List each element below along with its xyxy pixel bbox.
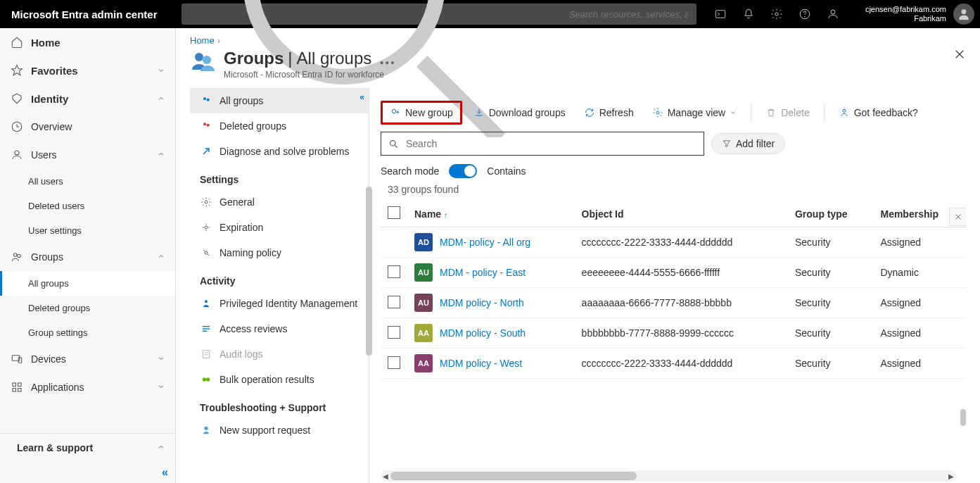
access-reviews-icon <box>200 322 212 335</box>
bulk-icon <box>200 373 212 386</box>
checkbox[interactable] <box>388 265 400 278</box>
audit-icon <box>200 348 212 360</box>
add-filter-button[interactable]: Add filter <box>711 133 785 154</box>
group-tile: AD <box>414 233 433 251</box>
svg-point-47 <box>390 140 396 146</box>
refresh-button[interactable]: Refresh <box>577 103 641 123</box>
feedback-icon[interactable] <box>820 0 846 28</box>
scroll-right-icon[interactable]: ▶ <box>946 470 956 482</box>
manage-view-button[interactable]: Manage view <box>645 103 744 123</box>
groups-search-input[interactable] <box>405 137 696 150</box>
blade-expiration[interactable]: Expiration <box>190 215 369 240</box>
nav-favorites[interactable]: Favorites <box>0 56 175 84</box>
group-link[interactable]: MDM policy - West <box>440 358 522 369</box>
scroll-thumb[interactable] <box>390 472 637 480</box>
table-row[interactable]: AAMDM policy - Southbbbbbbbb-7777-8888-9… <box>381 318 966 349</box>
cell-objectid: eeeeeeee-4444-5555-6666-ffffff <box>575 258 788 288</box>
brand-title: Microsoft Entra admin center <box>0 8 176 20</box>
nav-collapse-toggle[interactable]: « <box>0 462 175 483</box>
nav-users[interactable]: Users <box>0 141 175 169</box>
star-icon <box>10 63 24 77</box>
nav-user-settings[interactable]: User settings <box>0 218 175 243</box>
blade-diagnose[interactable]: Diagnose and solve problems <box>190 139 369 164</box>
blade-general[interactable]: General <box>190 189 369 215</box>
avatar[interactable] <box>953 4 974 25</box>
col-name[interactable]: Name ↑ <box>407 201 575 227</box>
group-link[interactable]: MDM- policy - All org <box>440 237 530 248</box>
table-row[interactable]: AUMDM - policy - Easteeeeeeee-4444-5555-… <box>381 258 966 288</box>
checkbox[interactable] <box>388 326 400 339</box>
blade-access-reviews[interactable]: Access reviews <box>190 316 369 341</box>
table-row[interactable]: ADMDM- policy - All orgcccccccc-2222-333… <box>381 227 966 258</box>
checkbox[interactable] <box>388 206 400 219</box>
breadcrumb-home[interactable]: Home <box>190 35 215 46</box>
blade-deleted-groups[interactable]: Deleted groups <box>190 113 369 139</box>
svg-point-6 <box>831 10 835 14</box>
cloud-shell-icon[interactable] <box>708 0 733 28</box>
nav-learn-support[interactable]: Learn & support <box>0 433 175 462</box>
refresh-icon <box>584 107 595 118</box>
global-search-input[interactable] <box>568 8 689 20</box>
search-mode-toggle[interactable] <box>449 164 477 178</box>
close-blade-button[interactable] <box>953 48 966 63</box>
group-tile: AA <box>414 354 433 372</box>
group-link[interactable]: MDM - policy - East <box>440 267 526 278</box>
nav-overview[interactable]: Overview <box>0 113 175 141</box>
row-checkbox-cell <box>381 318 407 349</box>
blade-bulk-results[interactable]: Bulk operation results <box>190 367 369 392</box>
checkbox[interactable] <box>388 356 400 369</box>
nav-deleted-groups[interactable]: Deleted groups <box>0 296 175 320</box>
groups-table: Name ↑ Object Id Group type Membership A… <box>381 201 966 379</box>
group-link[interactable]: MDM policy - South <box>440 327 526 339</box>
groups-search-box[interactable] <box>381 132 704 156</box>
download-groups-button[interactable]: Download groups <box>466 103 573 123</box>
got-feedback-button[interactable]: Got feedback? <box>832 103 925 123</box>
nav-deleted-users[interactable]: Deleted users <box>0 194 175 218</box>
col-membership[interactable]: Membership <box>873 201 966 227</box>
new-group-highlight: New group <box>381 101 462 125</box>
nav-group-settings[interactable]: Group settings <box>0 320 175 345</box>
notifications-icon[interactable] <box>736 0 761 28</box>
cell-name: AAMDM policy - West <box>407 349 575 379</box>
new-group-button[interactable]: New group <box>383 103 460 123</box>
blade-new-support[interactable]: New support request <box>190 418 369 443</box>
vertical-scrollbar[interactable] <box>960 409 966 426</box>
nav-identity[interactable]: Identity <box>0 84 175 113</box>
account-text: cjensen@fabrikam.com Fabrikam <box>865 5 946 23</box>
group-link[interactable]: MDM policy - North <box>440 297 524 308</box>
col-objectid[interactable]: Object Id <box>575 201 788 227</box>
search-mode-label: Search mode <box>381 165 439 177</box>
table-wrap: Name ↑ Object Id Group type Membership A… <box>381 201 966 483</box>
delete-button[interactable]: Delete <box>758 103 816 123</box>
help-icon[interactable] <box>792 0 817 28</box>
global-search[interactable] <box>182 4 696 25</box>
select-all-header[interactable] <box>381 201 407 227</box>
nav-applications[interactable]: Applications <box>0 373 175 401</box>
col-grouptype[interactable]: Group type <box>788 201 874 227</box>
svg-point-34 <box>205 300 208 303</box>
settings-icon[interactable] <box>764 0 789 28</box>
table-row[interactable]: AAMDM policy - Westcccccccc-2222-3333-44… <box>381 349 966 379</box>
row-checkbox-cell <box>381 349 407 379</box>
cell-name: AUMDM policy - North <box>407 288 575 318</box>
blade-naming-policy[interactable]: Naming policy <box>190 240 369 265</box>
new-group-icon <box>390 107 401 118</box>
table-row[interactable]: AUMDM policy - Northaaaaaaaa-6666-7777-8… <box>381 288 966 318</box>
nav-all-users[interactable]: All users <box>0 169 175 194</box>
checkbox[interactable] <box>388 296 400 308</box>
scroll-left-icon[interactable]: ◀ <box>381 470 390 482</box>
nav-devices[interactable]: Devices <box>0 345 175 373</box>
blade-pim[interactable]: Privileged Identity Management <box>190 291 369 316</box>
nav-all-groups[interactable]: All groups <box>0 271 175 296</box>
blade-collapse-toggle[interactable]: « <box>359 92 364 102</box>
blade-audit-logs[interactable]: Audit logs <box>190 341 369 367</box>
nav-groups[interactable]: Groups <box>0 243 175 271</box>
blade-all-groups[interactable]: All groups <box>190 88 369 113</box>
chevron-up-icon <box>157 442 165 453</box>
horizontal-scrollbar[interactable]: ◀ ▶ <box>381 470 956 482</box>
blade-trouble-heading: Troubleshooting + Support <box>190 392 369 418</box>
nav-home[interactable]: Home <box>0 28 175 56</box>
account-area[interactable]: cjensen@fabrikam.com Fabrikam <box>851 4 980 25</box>
breadcrumb: Home › <box>190 35 966 46</box>
title-ellipsis[interactable]: … <box>376 49 398 68</box>
